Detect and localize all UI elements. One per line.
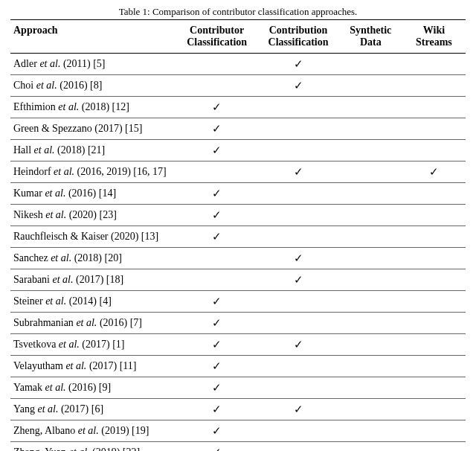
approach-etal: et al. [34,144,55,156]
approach-cell: Yamak et al. (2016) [9] [10,377,176,399]
col-header-contributor: Contributor Classification [176,20,257,54]
mark-cell [339,420,402,442]
check-icon [212,123,222,135]
mark-cell [402,183,466,205]
approach-text: Nikesh [13,209,45,220]
approach-text: (2017) [1] [80,339,125,350]
table-body: Adler et al. (2011) [5]Choi et al. (2016… [10,54,466,451]
approach-cell: Heindorf et al. (2016, 2019) [16, 17] [10,161,176,183]
approach-etal: et al. [45,209,66,220]
approach-text: Kumar [13,188,45,199]
mark-cell [402,54,466,75]
mark-cell [257,356,338,377]
col-header-text: Contribution [269,25,328,36]
mark-cell [339,377,402,399]
approach-etal: et al. [39,58,60,69]
mark-cell [402,313,466,334]
check-icon [212,425,222,437]
approach-cell: Choi et al. (2016) [8] [10,75,176,97]
mark-cell [339,399,402,420]
table-row: Velayutham et al. (2017) [11] [10,356,466,377]
approach-text: Yang [13,403,37,415]
check-icon [212,188,222,199]
check-icon [212,403,222,415]
approach-text: Efthimion [13,101,58,112]
table-container: Table 1: Comparison of contributor class… [0,0,476,451]
col-header-approach: Approach [10,20,176,54]
mark-cell [339,75,402,97]
mark-cell [257,420,338,442]
col-header-text: Wiki [423,25,445,36]
mark-cell [402,161,466,183]
table-row: Sanchez et al. (2018) [20] [10,248,466,269]
mark-cell [176,269,257,291]
mark-cell [176,334,257,356]
mark-cell [402,118,466,140]
mark-cell [176,205,257,226]
mark-cell [176,420,257,442]
approach-text: Steiner [13,295,45,307]
mark-cell [257,161,338,183]
approach-etal: et al. [45,382,66,393]
approach-cell: Steiner et al. (2014) [4] [10,291,176,313]
table-row: Rauchfleisch & Kaiser (2020) [13] [10,226,466,248]
mark-cell [176,399,257,420]
mark-cell [402,97,466,118]
approach-cell: Adler et al. (2011) [5] [10,54,176,75]
mark-cell [176,183,257,205]
check-icon [212,447,222,451]
mark-cell [402,269,466,291]
mark-cell [257,313,338,334]
check-icon [212,360,222,372]
table-row: Zheng, Yuan et al. (2019) [22] [10,442,466,451]
check-icon [294,80,303,92]
approach-text: (2017) [6] [58,403,103,415]
mark-cell [402,442,466,451]
mark-cell [176,248,257,269]
approach-etal: et al. [52,274,73,285]
check-icon [212,231,222,243]
col-header-wiki: Wiki Streams [402,20,466,54]
mark-cell [176,356,257,377]
table-row: Nikesh et al. (2020) [23] [10,205,466,226]
check-icon [212,295,222,307]
mark-cell [339,161,402,183]
approach-etal: et al. [51,252,71,263]
approach-cell: Zheng, Yuan et al. (2019) [22] [10,442,176,451]
approach-etal: et al. [45,188,65,199]
check-icon [212,382,222,394]
mark-cell [402,140,466,161]
mark-cell [176,161,257,183]
mark-cell [257,226,338,248]
approach-text: Subrahmanian [13,317,76,328]
table-row: Yang et al. (2017) [6] [10,399,466,420]
table-row: Efthimion et al. (2018) [12] [10,97,466,118]
table-row: Kumar et al. (2016) [14] [10,183,466,205]
mark-cell [176,291,257,313]
approach-cell: Velayutham et al. (2017) [11] [10,356,176,377]
approach-etal: et al. [36,80,57,91]
approach-text: (2011) [5] [60,58,105,69]
mark-cell [402,291,466,313]
approach-etal: et al. [37,403,58,415]
mark-cell [402,420,466,442]
mark-cell [176,226,257,248]
mark-cell [339,356,402,377]
col-header-text: Contributor [190,25,244,36]
table-row: Hall et al. (2018) [21] [10,140,466,161]
approach-etal: et al. [58,101,79,112]
mark-cell [176,97,257,118]
approach-cell: Kumar et al. (2016) [14] [10,183,176,205]
mark-cell [257,377,338,399]
approach-text: (2017) [18] [73,274,123,285]
mark-cell [339,118,402,140]
check-icon [294,166,303,178]
approach-text: Hall [13,144,34,156]
approach-text: Choi [13,80,36,91]
approach-cell: Yang et al. (2017) [6] [10,399,176,420]
mark-cell [339,334,402,356]
mark-cell [402,226,466,248]
approach-etal: et al. [59,339,80,350]
mark-cell [402,334,466,356]
mark-cell [257,442,338,451]
